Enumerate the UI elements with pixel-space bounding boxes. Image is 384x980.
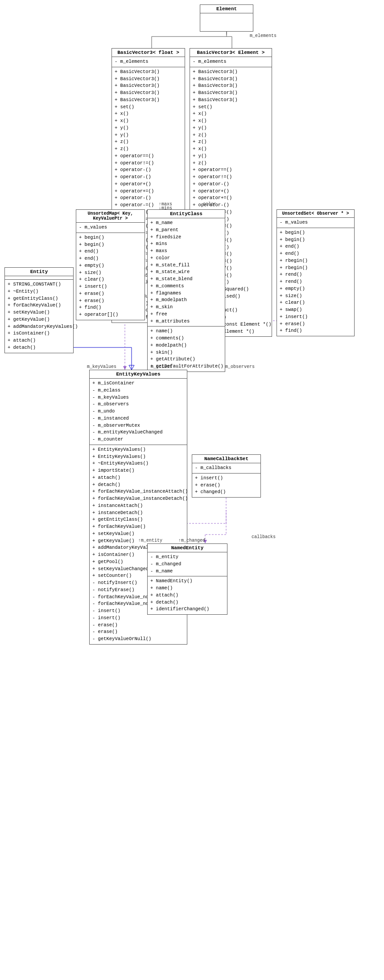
method-item: + BasicVector3()	[115, 97, 182, 104]
method-item: - insert()	[92, 615, 184, 622]
unsorted-map-attrs: - m_values	[76, 223, 145, 233]
entity-class-box: EntityClass + m_name + m_parent + fixeds…	[147, 209, 225, 372]
attr-item: + m_comments	[150, 283, 222, 290]
m-eclass-label: m_eclass	[151, 364, 172, 369]
attr-item: + mins	[150, 241, 222, 248]
attr-item: - m_instanced	[92, 415, 184, 422]
method-item: + isContainer()	[8, 330, 70, 337]
method-item: + x()	[193, 110, 269, 118]
method-item: + size()	[280, 293, 351, 300]
m-entity-label: ↑m_entity	[138, 538, 162, 543]
method-item: + empty()	[79, 262, 142, 270]
method-item: + getKeyValue()	[8, 316, 70, 323]
method-item: + operator+=()	[193, 195, 269, 202]
method-item: + empty()	[280, 286, 351, 293]
entity-box: Entity + STRING_CONSTANT() + ~Entity() +…	[4, 267, 74, 353]
method-item: + y()	[115, 125, 182, 132]
method-item: + operator+()	[115, 181, 182, 188]
method-item: + operator!=()	[115, 160, 182, 167]
svg-marker-17	[129, 365, 134, 370]
attr-item: + m_isContainer	[92, 380, 184, 387]
unsorted-map-title: UnsortedMap< Key, KeyValuePtr >	[76, 210, 145, 223]
attr-item: + m_modelpath	[150, 297, 222, 304]
method-item: + getEntityClass()	[92, 516, 184, 523]
method-item: + attach()	[8, 337, 70, 344]
method-item: + comments()	[150, 335, 222, 342]
method-item: + rbegin()	[280, 257, 351, 265]
method-item: + setKeyValue()	[92, 531, 184, 538]
method-item: + forEachKeyValue()	[92, 523, 184, 531]
method-item: + addMandatoryKeyValues()	[8, 323, 70, 331]
color-label: color	[203, 202, 216, 207]
name-callback-set-box: NameCallbackSet - m_callbacks + insert()…	[192, 454, 261, 498]
method-item: + detach()	[8, 344, 70, 351]
entity-key-values-title: EntityKeyValues	[90, 370, 187, 379]
method-item: + begin()	[280, 229, 351, 237]
method-item: + BasicVector3()	[115, 82, 182, 90]
method-item: + clear()	[280, 299, 351, 306]
method-item: + swap()	[280, 306, 351, 314]
attr-item: + m_state_blend	[150, 276, 222, 283]
attr-item: + m_attributes	[150, 318, 222, 325]
method-item: + erase()	[79, 290, 142, 298]
attr-item: - m_keyValues	[92, 394, 184, 401]
method-item: + insert()	[195, 475, 258, 482]
named-entity-box: NamedEntity - m_entity - m_changed - m_n…	[147, 543, 227, 615]
method-item: + x()	[115, 110, 182, 118]
element-box: Element	[200, 4, 253, 32]
attr-item: - m_name	[150, 568, 224, 575]
method-item: + erase()	[195, 482, 258, 489]
method-item: + x()	[115, 118, 182, 125]
m-changed-label: ↑m_changed	[178, 538, 205, 543]
attr-item: - m_values	[280, 219, 351, 226]
method-item: + y()	[193, 125, 269, 132]
method-item: + BasicVector3()	[193, 69, 269, 76]
method-item: + begin()	[79, 241, 142, 249]
m-elements-label: m_elements	[250, 33, 277, 38]
method-item: + end()	[280, 243, 351, 250]
unsorted-map-box: UnsortedMap< Key, KeyValuePtr > - m_valu…	[76, 209, 145, 320]
basic-vector-float-title: BasicVector3< float >	[112, 49, 185, 57]
name-callback-set-attrs: - m_callbacks	[192, 463, 260, 474]
attr-item: + color	[150, 255, 222, 262]
method-item: + operator==()	[193, 167, 269, 174]
entity-empty-attrs	[5, 276, 73, 280]
method-item: + BasicVector3()	[193, 82, 269, 90]
attr-item: + m_state_fill	[150, 262, 222, 269]
method-item: + EntityKeyValues()	[92, 453, 184, 461]
method-item: + find()	[79, 304, 142, 311]
unsorted-set-methods: + begin() + begin() + end() + end() + rb…	[277, 228, 354, 336]
method-item: + BasicVector3()	[193, 97, 269, 104]
method-item: + z()	[193, 139, 269, 146]
method-item: + y()	[193, 153, 269, 160]
attr-item: + fixedsize	[150, 234, 222, 241]
method-item: + setKeyValue()	[8, 309, 70, 316]
method-item: + STRING_CONSTANT()	[8, 281, 70, 288]
attr-item: - m_values	[79, 224, 142, 231]
method-item: + operator-()	[115, 174, 182, 181]
method-item: + BasicVector3()	[193, 90, 269, 97]
svg-marker-21	[123, 366, 127, 370]
method-item: + detach()	[150, 599, 224, 606]
method-item: + z()	[115, 146, 182, 153]
attr-item: - m_elements	[193, 58, 269, 65]
method-item: + y()	[115, 132, 182, 139]
method-item: + end()	[79, 248, 142, 255]
attr-item: + maxs	[150, 248, 222, 255]
named-entity-title: NamedEntity	[148, 544, 227, 552]
attr-item: + m_parent	[150, 227, 222, 234]
method-item: - getKeyValueOrNull()	[92, 636, 184, 643]
method-item: + BasicVector3()	[115, 76, 182, 83]
entity-methods: + STRING_CONSTANT() + ~Entity() + getEnt…	[5, 280, 73, 353]
basic-vector-element-title: BasicVector3< Element >	[190, 49, 272, 57]
method-item: + z()	[193, 160, 269, 167]
method-item: + name()	[150, 585, 224, 592]
method-item: + clear()	[79, 276, 142, 283]
attr-item: - m_elements	[115, 58, 182, 65]
attr-item: - m_observerMutex	[92, 422, 184, 429]
attr-item: + m_skin	[150, 304, 222, 311]
method-item: + operator-()	[193, 181, 269, 188]
attr-item: - m_entityKeyValueChanged	[92, 429, 184, 436]
unsorted-set-box: UnsortedSet< Observer * > - m_values + b…	[277, 209, 355, 336]
unsorted-set-title: UnsortedSet< Observer * >	[277, 210, 354, 218]
